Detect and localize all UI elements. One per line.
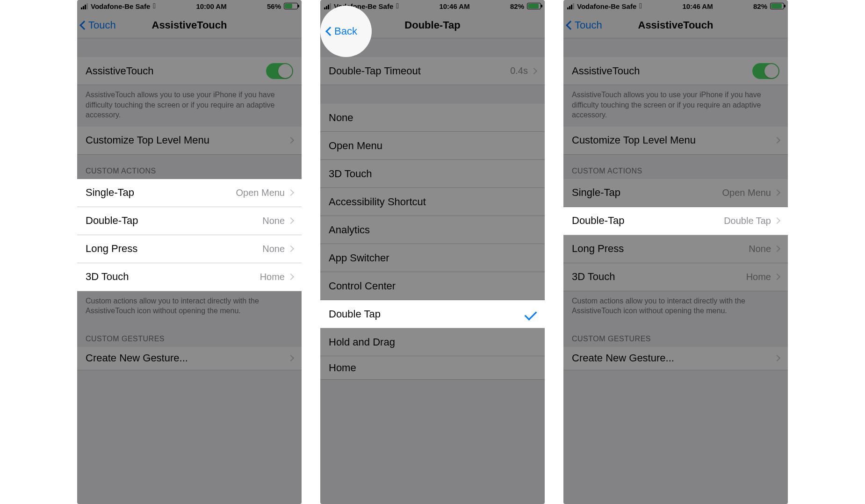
chevron-left-icon [566, 21, 575, 30]
custom-gestures-header: CUSTOM GESTURES [77, 323, 302, 347]
back-button[interactable]: Touch [567, 12, 602, 38]
back-button[interactable]: Touch [81, 12, 116, 38]
create-gesture-row[interactable]: Create New Gesture... [563, 347, 788, 370]
cell-label: Long Press [86, 243, 137, 255]
cell-label: Hold and Drag [329, 336, 395, 348]
cell-label: Analytics [329, 224, 370, 236]
chevron-right-icon [288, 137, 294, 144]
cell-label: Create New Gesture... [572, 352, 674, 364]
option-none[interactable]: None [320, 104, 545, 132]
screen-double-tap-options: Back Vodafone-Be Safe 􀙇 10:46 AM 82% Dou… [320, 0, 545, 504]
signal-icon [567, 3, 574, 9]
battery-icon [284, 3, 298, 9]
long-press-row[interactable]: Long Press None [77, 235, 302, 263]
chevron-right-icon [288, 245, 294, 252]
wifi-icon: 􀙇 [396, 2, 399, 10]
cell-value: 0.4s [510, 65, 528, 76]
option-home[interactable]: Home [320, 356, 545, 380]
back-button-highlight: Back [320, 6, 372, 57]
carrier-label: Vodafone-Be Safe [91, 2, 150, 10]
battery-icon [770, 3, 784, 9]
nav-bar: Touch AssistiveTouch [77, 12, 302, 38]
assistivetouch-toggle-row[interactable]: AssistiveTouch [77, 57, 302, 85]
cell-value: Open Menu [722, 187, 771, 198]
create-gesture-row[interactable]: Create New Gesture... [77, 347, 302, 370]
cell-value: Open Menu [236, 187, 285, 198]
customize-menu-row[interactable]: Customize Top Level Menu [563, 127, 788, 155]
cell-label: Single-Tap [86, 187, 134, 199]
assistivetouch-toggle-row[interactable]: AssistiveTouch [563, 57, 788, 85]
signal-icon [81, 3, 88, 9]
option-app-switcher[interactable]: App Switcher [320, 244, 545, 272]
chevron-right-icon [288, 217, 294, 224]
cell-label: Single-Tap [572, 187, 620, 199]
3d-touch-row[interactable]: 3D Touch Home [563, 263, 788, 291]
cell-label: 3D Touch [329, 168, 372, 180]
option-3d-touch[interactable]: 3D Touch [320, 160, 545, 188]
option-control-center[interactable]: Control Center [320, 272, 545, 300]
cell-label: 3D Touch [86, 271, 129, 283]
page-title: AssistiveTouch [638, 19, 714, 31]
chevron-right-icon [774, 217, 780, 224]
cell-value: Home [260, 272, 285, 282]
chevron-left-icon [79, 21, 89, 30]
3d-touch-row[interactable]: 3D Touch Home [77, 263, 302, 291]
cell-value: Double Tap [724, 216, 771, 226]
cell-label: Double-Tap [572, 215, 625, 227]
back-label: Touch [575, 19, 602, 31]
cell-label: App Switcher [329, 252, 389, 264]
battery-icon [527, 3, 541, 9]
cell-label: Accessibility Shortcut [329, 196, 426, 208]
battery-percent: 82% [510, 2, 524, 10]
wifi-icon: 􀙇 [153, 2, 156, 10]
toggle-label: AssistiveTouch [86, 65, 154, 77]
clock: 10:00 AM [196, 2, 226, 10]
cell-label: Open Menu [329, 140, 382, 152]
toggle-switch[interactable] [752, 63, 779, 79]
cell-label: Double Tap [329, 308, 381, 320]
cell-value: Home [746, 272, 771, 282]
status-bar: Vodafone-Be Safe 􀙇 10:46 AM 82% [563, 0, 788, 12]
screen-assistivetouch-before: Vodafone-Be Safe 􀙇 10:00 AM 56% Touch As… [77, 0, 302, 504]
timeout-row[interactable]: Double-Tap Timeout 0.4s [320, 57, 545, 85]
battery-percent: 82% [753, 2, 767, 10]
option-hold-and-drag[interactable]: Hold and Drag [320, 328, 545, 356]
actions-footer: Custom actions allow you to interact dir… [77, 291, 302, 323]
cell-label: Long Press [572, 243, 624, 255]
customize-menu-row[interactable]: Customize Top Level Menu [77, 127, 302, 155]
custom-gestures-header: CUSTOM GESTURES [563, 323, 788, 347]
option-accessibility-shortcut[interactable]: Accessibility Shortcut [320, 188, 545, 216]
chevron-right-icon [774, 274, 780, 280]
cell-value: None [262, 216, 285, 226]
screen-assistivetouch-after: Vodafone-Be Safe 􀙇 10:46 AM 82% Touch As… [563, 0, 788, 504]
single-tap-row[interactable]: Single-Tap Open Menu [563, 179, 788, 207]
clock: 10:46 AM [682, 2, 713, 10]
back-label: Touch [88, 19, 116, 31]
page-title: AssistiveTouch [152, 19, 227, 31]
cell-value: None [749, 244, 771, 254]
long-press-row[interactable]: Long Press None [563, 235, 788, 263]
cell-label: Customize Top Level Menu [572, 134, 696, 146]
option-double-tap[interactable]: Double Tap [320, 300, 545, 328]
double-tap-row[interactable]: Double-Tap Double Tap [563, 207, 788, 235]
double-tap-row[interactable]: Double-Tap None [77, 207, 302, 235]
nav-bar: Touch AssistiveTouch [563, 12, 788, 38]
single-tap-row[interactable]: Single-Tap Open Menu [77, 179, 302, 207]
chevron-right-icon [288, 274, 294, 280]
back-button[interactable]: Back [327, 25, 357, 37]
custom-actions-header: CUSTOM ACTIONS [563, 155, 788, 179]
option-analytics[interactable]: Analytics [320, 216, 545, 244]
cell-label: 3D Touch [572, 271, 615, 283]
wifi-icon: 􀙇 [639, 2, 642, 10]
option-open-menu[interactable]: Open Menu [320, 132, 545, 160]
cell-label: Customize Top Level Menu [86, 134, 209, 146]
chevron-right-icon [774, 137, 780, 144]
cell-label: Double-Tap [86, 215, 138, 227]
carrier-label: Vodafone-Be Safe [577, 2, 636, 10]
toggle-switch[interactable] [266, 63, 293, 79]
status-bar: Vodafone-Be Safe 􀙇 10:00 AM 56% [77, 0, 302, 12]
toggle-footer: AssistiveTouch allows you to use your iP… [563, 85, 788, 127]
chevron-right-icon [774, 245, 780, 252]
cell-label: Home [329, 362, 356, 374]
cell-value: None [262, 244, 285, 254]
